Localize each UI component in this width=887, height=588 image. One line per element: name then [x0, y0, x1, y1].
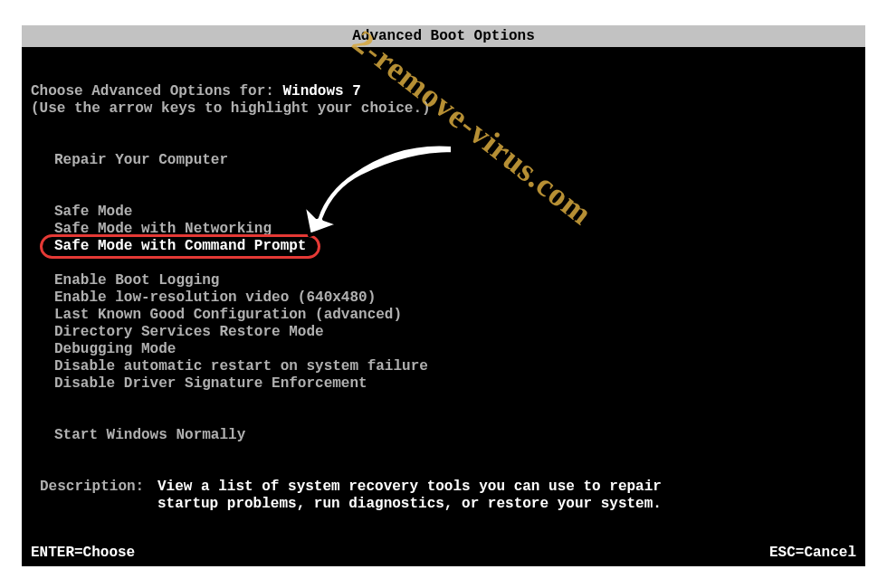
hint-line: (Use the arrow keys to highlight your ch… — [31, 100, 856, 118]
menu-item[interactable]: Disable Driver Signature Enforcement — [54, 375, 856, 393]
choose-label: Choose Advanced Options for: — [31, 83, 282, 100]
description-label: Description: — [40, 479, 157, 496]
menu-item[interactable]: Safe Mode with Command Prompt — [54, 238, 856, 255]
title-bar: Advanced Boot Options — [22, 25, 865, 47]
highlighted-option[interactable]: Safe Mode with Command Prompt — [54, 238, 306, 255]
footer-right: ESC=Cancel — [769, 545, 856, 561]
title-text: Advanced Boot Options — [352, 28, 535, 44]
menu-item[interactable]: Repair Your Computer — [54, 152, 856, 169]
os-name: Windows 7 — [282, 83, 360, 100]
menu-item[interactable]: Last Known Good Configuration (advanced) — [54, 307, 856, 324]
description-block: Description:View a list of system recove… — [40, 479, 856, 513]
footer-bar: ENTER=Choose ESC=Cancel — [22, 541, 865, 566]
menu-item[interactable]: Disable automatic restart on system fail… — [54, 358, 856, 375]
menu-gap — [54, 169, 856, 204]
menu-item[interactable]: Debugging Mode — [54, 341, 856, 358]
choose-line: Choose Advanced Options for: Windows 7 — [31, 83, 856, 100]
menu-gap — [54, 393, 856, 427]
menu-item[interactable]: Enable low-resolution video (640x480) — [54, 289, 856, 307]
boot-menu: Repair Your ComputerSafe ModeSafe Mode w… — [54, 152, 856, 444]
menu-item[interactable]: Start Windows Normally — [54, 427, 856, 444]
menu-item[interactable]: Safe Mode — [54, 204, 856, 221]
content-area: Choose Advanced Options for: Windows 7 (… — [22, 47, 865, 513]
menu-item[interactable]: Directory Services Restore Mode — [54, 324, 856, 341]
menu-gap — [54, 255, 856, 272]
description-text: View a list of system recovery tools you… — [157, 479, 662, 513]
footer-left: ENTER=Choose — [31, 545, 135, 561]
boot-screen: Advanced Boot Options Choose Advanced Op… — [22, 25, 865, 566]
menu-item[interactable]: Enable Boot Logging — [54, 272, 856, 289]
menu-item[interactable]: Safe Mode with Networking — [54, 221, 856, 238]
